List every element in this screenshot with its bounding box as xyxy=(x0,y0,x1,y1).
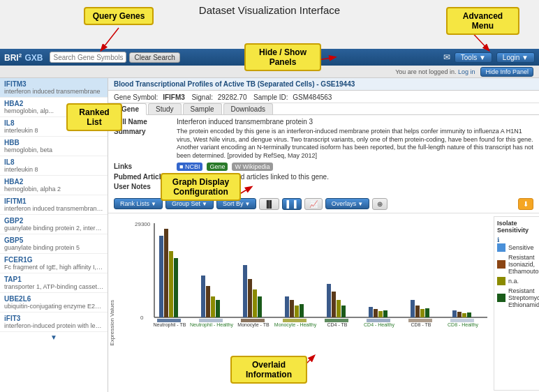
svg-rect-14 xyxy=(174,258,178,317)
y-axis-label: Expression Values xyxy=(109,300,115,346)
signal-value: 29282.70 xyxy=(218,93,247,101)
login-link[interactable]: Log in xyxy=(458,68,475,75)
svg-rect-22 xyxy=(258,296,262,317)
sidebar-item[interactable]: HBA2 hemoglobin, alpha 2 xyxy=(0,176,108,195)
svg-text:Monocyte - TB: Monocyte - TB xyxy=(237,322,270,328)
gene-name: FCER1G xyxy=(4,256,103,264)
legend-item-sensitive: Sensitive xyxy=(497,243,539,252)
gene-name: iFIT3 xyxy=(4,315,103,322)
download-button[interactable]: ⬇ xyxy=(518,198,533,210)
svg-rect-17 xyxy=(211,296,215,317)
legend-info-icon[interactable]: ℹ xyxy=(497,236,499,243)
ranked-list-callout: Ranked List xyxy=(66,103,122,131)
query-genes-callout: Query Genes xyxy=(84,7,154,25)
sidebar-item[interactable]: FCER1G Fc fragment of IgE, high affinity… xyxy=(0,254,108,273)
svg-text:CD8 - TB: CD8 - TB xyxy=(411,322,431,327)
gene-desc: guanylate binding protein 5 xyxy=(4,244,103,251)
svg-rect-39 xyxy=(452,310,457,317)
svg-rect-16 xyxy=(206,286,210,317)
content-area: Blood Transcriptional Profiles of Active… xyxy=(108,78,539,392)
legend-color-na xyxy=(497,277,505,285)
svg-rect-38 xyxy=(425,308,429,317)
chart-legend: Isolate Sensitivity ℹ Sensitive Resistan… xyxy=(494,216,539,391)
hide-show-panels-callout: Hide / Show Panels xyxy=(244,43,321,71)
svg-rect-23 xyxy=(285,296,289,317)
svg-rect-20 xyxy=(248,279,252,317)
advanced-menu-callout: Advanced Menu xyxy=(446,7,519,35)
tools-button[interactable]: Tools ▼ xyxy=(455,52,492,63)
tab-sample[interactable]: Sample xyxy=(183,103,222,114)
svg-rect-41 xyxy=(462,313,466,317)
full-name-value: Interferon induced transmembrane protein… xyxy=(177,118,533,126)
signal-label: Signal: xyxy=(191,93,213,101)
sidebar-scroll-down[interactable]: ▼ xyxy=(0,332,108,342)
svg-rect-34 xyxy=(383,310,387,317)
not-logged-in-text: You are not logged in. xyxy=(395,68,456,75)
gene-desc: interferon induced transmembrane... xyxy=(4,205,103,212)
ncbi-link[interactable]: ■ NCBI xyxy=(177,163,202,171)
overlays-button[interactable]: Overlays ▼ xyxy=(325,198,369,209)
clear-search-button[interactable]: Clear Search xyxy=(129,52,179,63)
svg-rect-18 xyxy=(216,300,220,317)
gene-info-header: Gene Symbol: IFIFM3 Signal: 29282.70 Sam… xyxy=(108,91,539,103)
rank-lists-button[interactable]: Rank Lists ▼ xyxy=(114,198,163,209)
gene-desc: interferon induced transmembrane xyxy=(4,88,103,95)
svg-rect-24 xyxy=(290,300,294,317)
legend-item-resistant-strep: Resistant Streptomycin, Ethionamide xyxy=(497,287,539,308)
gene-name: IFITM3 xyxy=(4,80,103,88)
brand-logo: BRI2 GXB xyxy=(4,52,43,63)
gene-name: TAP1 xyxy=(4,276,103,283)
gene-name: GBP2 xyxy=(4,217,103,225)
gene-name: HBA2 xyxy=(4,178,103,186)
legend-title: Isolate Sensitivity xyxy=(497,220,539,234)
svg-line-0 xyxy=(101,28,119,50)
gene-tabs: Gene Study Sample Downloads xyxy=(108,103,539,115)
summary-value: The protein encoded by this gene is an i… xyxy=(177,128,533,160)
line-chart-button[interactable]: 📈 xyxy=(304,198,323,210)
legend-label-resistant-iso: Resistant Isoniazid, Ethamoutol xyxy=(508,254,539,275)
gene-desc: guanylate binding protein 2, interf ... xyxy=(4,225,103,232)
legend-label-sensitive: Sensitive xyxy=(508,244,534,251)
sidebar-item[interactable]: IFITM1 interferon induced transmembrane.… xyxy=(0,195,108,215)
svg-rect-26 xyxy=(300,304,304,317)
login-button[interactable]: Login ▼ xyxy=(496,52,535,63)
svg-rect-15 xyxy=(201,276,205,317)
sidebar-item[interactable]: IFITM3 interferon induced transmembrane xyxy=(0,78,108,98)
svg-rect-19 xyxy=(243,265,247,317)
gene-desc: interferon-induced protein with leti... xyxy=(4,322,103,329)
sample-label: Sample ID: xyxy=(253,93,288,101)
search-input[interactable] xyxy=(50,52,126,63)
legend-item-resistant-iso: Resistant Isoniazid, Ethamoutol xyxy=(497,254,539,275)
sidebar-item[interactable]: IL8 interleukin 8 xyxy=(0,156,108,176)
gene-link[interactable]: Gene xyxy=(207,163,228,171)
overlaid-info-callout: Overlaid Information xyxy=(230,356,307,384)
gene-name: IL8 xyxy=(4,158,103,166)
svg-text:29300: 29300 xyxy=(135,221,151,227)
tab-downloads[interactable]: Downloads xyxy=(223,103,273,114)
bar-chart-svg: 29300 0 xyxy=(135,216,491,328)
wiki-link[interactable]: W Wikipedia xyxy=(232,163,272,171)
gene-desc: ubiquitin-conjugating enzyme E2L 6 xyxy=(4,303,103,310)
tab-study[interactable]: Study xyxy=(148,103,182,114)
sidebar-item[interactable]: GBP2 guanylate binding protein 2, interf… xyxy=(0,215,108,234)
gene-desc: hemoglobin, alpha 2 xyxy=(4,186,103,193)
links-label: Links xyxy=(114,163,177,171)
sidebar-item[interactable]: UBE2L6 ubiquitin-conjugating enzyme E2L … xyxy=(0,293,108,312)
bar-chart-button[interactable]: ▐▌ xyxy=(259,198,279,210)
svg-text:0: 0 xyxy=(140,315,144,321)
svg-rect-36 xyxy=(415,306,420,317)
sidebar-item[interactable]: GBP5 guanylate binding protein 5 xyxy=(0,234,108,254)
sidebar-item[interactable]: iFIT3 interferon-induced protein with le… xyxy=(0,312,108,332)
sidebar-item[interactable]: TAP1 transporter 1, ATP-binding cassett.… xyxy=(0,273,108,293)
svg-rect-37 xyxy=(420,309,424,317)
legend-color-sensitive xyxy=(497,243,505,252)
bar-chart-alt-button[interactable]: ▌▐ xyxy=(282,198,302,210)
svg-rect-21 xyxy=(253,289,257,317)
sidebar-item[interactable]: HBB hemoglobin, beta xyxy=(0,137,108,156)
svg-rect-11 xyxy=(159,236,163,317)
svg-rect-12 xyxy=(164,229,168,317)
svg-rect-27 xyxy=(327,284,331,317)
zoom-button[interactable]: ⊕ xyxy=(372,198,387,210)
legend-color-resistant-iso xyxy=(497,260,505,269)
hide-info-panel-button[interactable]: Hide Info Panel xyxy=(480,67,533,77)
